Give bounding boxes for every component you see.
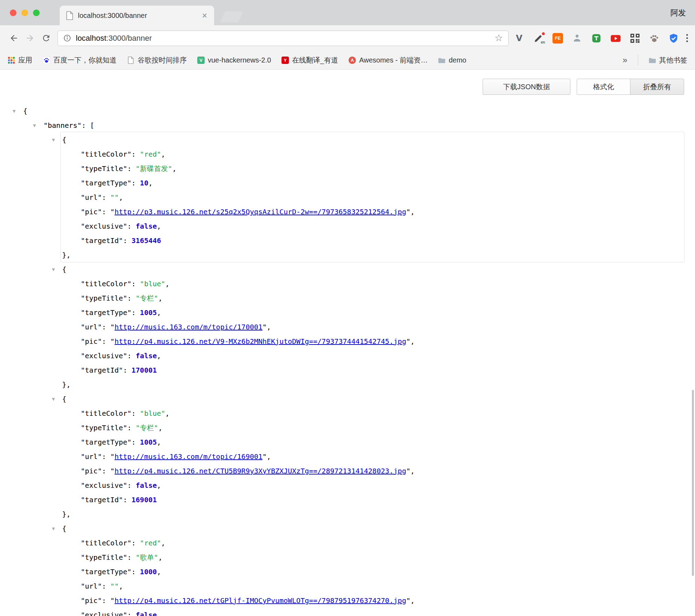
json-key: "typeTitle" [81, 424, 127, 432]
vue-icon: V [197, 57, 205, 64]
bookmark-baidu[interactable]: 百度一下，你就知道 [43, 55, 117, 65]
json-line: "url": "http://music.163.com/m/topic/170… [0, 320, 695, 334]
json-token: , [158, 553, 163, 562]
json-token: " [406, 467, 410, 475]
bookmarks-overflow-chevron[interactable]: » [623, 55, 627, 65]
json-link[interactable]: http://p4.music.126.net/CTU5B9R9y3XyYBZX… [114, 467, 406, 475]
json-line: "targetType": 1000, [0, 565, 695, 579]
other-bookmarks-folder[interactable]: 其他书签 [649, 55, 687, 65]
new-tab-button[interactable] [220, 11, 243, 22]
bookmark-vue-hackernews[interactable]: V vue-hackernews-2.0 [197, 56, 271, 64]
json-token: , [410, 208, 415, 216]
page-icon [127, 57, 134, 64]
json-token: : [102, 337, 110, 346]
collapse-toggle-icon[interactable]: ▼ [52, 262, 55, 277]
json-link[interactable]: http://p4.music.126.net/V9-MXz6b2MNhEKju… [114, 337, 406, 346]
collapse-toggle-icon[interactable]: ▼ [52, 392, 55, 406]
t-shield-icon[interactable] [591, 33, 602, 44]
url-path: :3000/banner [106, 34, 152, 42]
json-token: " [406, 337, 410, 346]
json-link[interactable]: http://music.163.com/m/topic/170001 [114, 323, 262, 331]
json-key: "titleColor" [81, 409, 132, 418]
json-line: "titleColor": "red", [0, 536, 695, 550]
json-key: "url" [81, 323, 102, 331]
json-key: "titleColor" [81, 280, 132, 288]
json-string: "red" [140, 150, 161, 158]
json-token: , [410, 467, 415, 475]
json-number: 10 [140, 179, 148, 187]
json-line: "typeTitle": "专栏", [0, 421, 695, 435]
json-boolean: false [136, 352, 157, 360]
vertical-scrollbar[interactable] [692, 390, 694, 576]
paw-icon[interactable] [649, 33, 660, 44]
json-brace: }, [62, 251, 71, 259]
bookmark-awesomes[interactable]: A Awesomes - 前端资… [349, 55, 428, 65]
json-token: , [157, 481, 161, 490]
collapse-toggle-icon[interactable]: ▼ [52, 522, 55, 536]
close-window-button[interactable] [10, 9, 16, 16]
json-key: "url" [81, 452, 102, 461]
json-link[interactable]: http://music.163.com/m/topic/169001 [114, 452, 262, 461]
json-key: "banners" [44, 121, 81, 130]
json-token: : [132, 438, 140, 446]
profile-name[interactable]: 阿发 [670, 8, 686, 18]
collapse-toggle-icon[interactable]: ▼ [52, 133, 55, 147]
json-key: "exclusive" [81, 222, 127, 230]
bookmark-apps[interactable]: 应用 [8, 55, 32, 65]
vimium-icon[interactable]: V [514, 33, 525, 44]
json-line: "pic": "http://p4.music.126.net/tGPljf-I… [0, 594, 695, 608]
collapse-toggle-icon[interactable]: ▼ [13, 104, 15, 118]
page-info-icon[interactable] [63, 34, 71, 42]
translate-pen-icon[interactable]: en [533, 33, 544, 44]
address-bar[interactable]: localhost:3000/banner ☆ [58, 31, 509, 46]
json-line: "targetType": 10, [0, 176, 695, 190]
json-object: ▼{"titleColor": "blue","typeTitle": "专栏"… [0, 262, 695, 392]
json-line: "pic": "http://p4.music.126.net/V9-MXz6b… [0, 334, 695, 349]
tab-strip: localhost:3000/banner × 阿发 [0, 0, 695, 25]
json-token: " [110, 467, 114, 475]
json-token: : [132, 539, 140, 547]
json-brace: { [62, 136, 66, 144]
qr-code-icon[interactable] [629, 33, 641, 44]
json-token: , [119, 193, 123, 202]
json-tree: ▼{▼"banners": [▼{"titleColor": "red","ty… [0, 70, 695, 616]
window-controls [10, 9, 40, 16]
json-token: : [132, 308, 140, 317]
forward-button[interactable] [22, 30, 38, 46]
json-token: , [267, 452, 271, 461]
fehelper-icon[interactable]: FE [552, 33, 563, 44]
json-key: "exclusive" [81, 611, 127, 616]
bookmark-youdao[interactable]: Y 在线翻译_有道 [282, 55, 338, 65]
browser-tab[interactable]: localhost:3000/banner × [60, 6, 214, 25]
bookmark-google-sort[interactable]: 谷歌按时间排序 [127, 55, 187, 65]
json-key: "exclusive" [81, 481, 127, 490]
json-line: "pic": "http://p4.music.126.net/CTU5B9R9… [0, 464, 695, 478]
json-key: "exclusive" [81, 352, 127, 360]
bookmark-folder-demo[interactable]: demo [438, 56, 466, 64]
json-line: }, [0, 248, 695, 262]
tab-close-icon[interactable]: × [201, 11, 208, 20]
json-line: "typeTitle": "新碟首发", [0, 162, 695, 176]
person-icon[interactable] [571, 33, 583, 44]
zoom-window-button[interactable] [33, 9, 40, 16]
bookmark-star-icon[interactable]: ☆ [495, 33, 503, 43]
reload-button[interactable] [38, 30, 54, 46]
apps-grid-icon [8, 57, 15, 64]
json-link[interactable]: http://p3.music.126.net/s25q2x5QyqsAzilC… [114, 208, 406, 216]
extensions-area: V en FE [514, 33, 679, 44]
json-line: "exclusive": false, [0, 349, 695, 363]
browser-menu-icon[interactable] [685, 33, 689, 44]
back-button[interactable] [6, 30, 22, 46]
youtube-icon[interactable] [610, 33, 621, 44]
security-shield-icon[interactable] [668, 33, 679, 44]
minimize-window-button[interactable] [21, 9, 28, 16]
json-key: "titleColor" [81, 539, 132, 547]
collapse-toggle-icon[interactable]: ▼ [33, 118, 36, 133]
json-token: , [410, 337, 415, 346]
json-link[interactable]: http://p4.music.126.net/tGPljf-IMOCyPvum… [114, 596, 406, 605]
json-token: , [161, 150, 165, 158]
json-key: "typeTitle" [81, 553, 127, 562]
json-brace: { [62, 395, 66, 403]
json-token: : [127, 164, 135, 173]
json-token: , [158, 424, 163, 432]
